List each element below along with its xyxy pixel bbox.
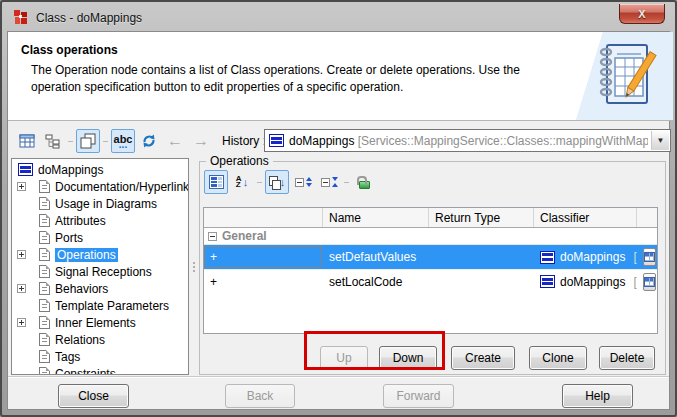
history-path: [Services::MappingService::Classes::mapp… (358, 134, 648, 148)
refresh-icon[interactable] (137, 129, 161, 153)
return-type-cell[interactable] (429, 245, 534, 269)
tree-item-signal-receptions[interactable]: Signal Receptions (12, 263, 188, 280)
table-row[interactable]: + setDefautValues doMappings [S... (204, 245, 657, 269)
titlebar[interactable]: Class - doMappings X (4, 4, 673, 31)
up-button[interactable]: Up (320, 346, 368, 370)
delete-button[interactable]: Delete (599, 346, 655, 370)
table-view-icon[interactable] (15, 129, 39, 153)
unlock-icon[interactable] (352, 170, 376, 194)
tree-item-ports[interactable]: Ports (12, 229, 188, 246)
duplicate-view-icon[interactable] (76, 129, 100, 153)
operations-table[interactable]: Name Return Type Classifier General + se… (203, 207, 658, 334)
return-type-cell[interactable] (429, 270, 534, 293)
history-value: doMappings (289, 134, 354, 148)
tree-item-constraints[interactable]: Constraints (12, 365, 188, 375)
forward-button[interactable]: Forward (383, 384, 454, 408)
tree-item-inner-elements[interactable]: Inner Elements (12, 314, 188, 331)
tree-item-label: Tags (55, 350, 80, 364)
tree-item-behaviors[interactable]: Behaviors (12, 280, 188, 297)
document-icon (39, 197, 50, 210)
table-header-row: Name Return Type Classifier (204, 208, 657, 228)
document-icon (39, 231, 50, 244)
document-icon (39, 333, 50, 346)
sort-by-order-icon[interactable]: ↓ (265, 170, 289, 194)
document-icon (39, 248, 50, 261)
tree-view-icon[interactable] (41, 129, 65, 153)
clone-button[interactable]: Clone (529, 346, 587, 370)
page-description: The Operation node contains a list of Cl… (31, 62, 561, 96)
tree-item-label: Usage in Diagrams (55, 197, 157, 211)
down-button[interactable]: Down (379, 346, 437, 370)
specification-table-icon (644, 277, 655, 287)
column-header-classifier[interactable]: Classifier (534, 208, 637, 227)
abc-names-icon[interactable]: abc ... (111, 129, 135, 153)
column-header-name[interactable]: Name (323, 208, 429, 227)
tree-item-label: Attributes (55, 214, 106, 228)
tree-item-label: Inner Elements (55, 316, 136, 330)
tree-item-tags[interactable]: Tags (12, 348, 188, 365)
name-cell[interactable]: setDefautValues (323, 245, 429, 269)
collapse-group-icon[interactable] (208, 232, 217, 241)
document-icon (39, 299, 50, 312)
expand-all-icon[interactable] (291, 170, 315, 194)
history-back-icon[interactable]: ← (163, 129, 187, 153)
tree-item-documentation[interactable]: Documentation/Hyperlinks (12, 178, 188, 195)
tree-item-label: Documentation/Hyperlinks (55, 180, 189, 194)
classifier-cell[interactable]: doMappings [S... (534, 270, 637, 293)
class-icon (18, 163, 33, 176)
page-title: Class operations (21, 43, 118, 57)
toolbar-separator (343, 170, 350, 194)
window-title: Class - doMappings (36, 11, 142, 25)
tree-root-domappings[interactable]: doMappings (12, 161, 188, 178)
tree-item-relations[interactable]: Relations (12, 331, 188, 348)
visibility-cell[interactable]: + (204, 270, 323, 293)
tree-item-label: Template Parameters (55, 299, 169, 313)
name-cell[interactable]: setLocalCode (323, 270, 429, 293)
specification-table-icon (644, 252, 655, 262)
notebook-pencil-icon (595, 42, 659, 108)
visibility-cell[interactable]: + (204, 245, 323, 269)
back-button[interactable]: Back (225, 384, 295, 408)
create-button[interactable]: Create (451, 346, 515, 370)
help-button[interactable]: Help (562, 384, 633, 408)
close-dialog-button[interactable]: Close (58, 384, 129, 408)
panel-splitter[interactable] (190, 158, 198, 375)
footer-separator (8, 376, 669, 378)
chevron-down-icon[interactable]: ▼ (651, 131, 669, 150)
history-label: History : (222, 134, 266, 148)
document-icon (39, 214, 50, 227)
tree-item-template-parameters[interactable]: Template Parameters (12, 297, 188, 314)
column-header-spec[interactable] (637, 208, 657, 227)
group-row-general[interactable]: General (204, 228, 657, 245)
expander-plus-icon[interactable] (17, 182, 26, 191)
expander-plus-icon[interactable] (17, 250, 26, 259)
sort-alphabetically-icon[interactable]: AZ ↓ (230, 170, 254, 194)
history-forward-icon[interactable]: → (189, 129, 213, 153)
history-combobox[interactable]: doMappings [Services::MappingService::Cl… (264, 129, 671, 152)
expander-plus-icon[interactable] (17, 284, 26, 293)
node-tree-panel[interactable]: doMappings Documentation/Hyperlinks Usag… (11, 158, 189, 375)
close-icon: X (638, 8, 645, 20)
table-row[interactable]: + setLocalCode doMappings [S... (204, 269, 657, 293)
toolbar-separator (67, 129, 74, 153)
expander-plus-icon[interactable] (17, 318, 26, 327)
tree-item-operations[interactable]: Operations (12, 246, 188, 263)
dialog-window: Class - doMappings X Class operations Th… (0, 0, 677, 417)
tree-item-attributes[interactable]: Attributes (12, 212, 188, 229)
document-icon (39, 367, 50, 375)
class-icon (269, 134, 284, 147)
column-header-return-type[interactable]: Return Type (429, 208, 534, 227)
column-header-empty[interactable] (204, 208, 323, 227)
collapse-all-icon[interactable] (317, 170, 341, 194)
spec-cell (637, 270, 657, 293)
specification-button[interactable] (643, 273, 656, 291)
show-columns-icon[interactable] (204, 170, 228, 194)
document-icon (39, 265, 50, 278)
classifier-cell[interactable]: doMappings [S... (534, 245, 637, 269)
document-icon (39, 180, 50, 193)
operations-groupbox: Operations AZ ↓ ↓ (199, 161, 666, 375)
close-button[interactable]: X (619, 4, 665, 24)
tree-item-label: Constraints (55, 367, 116, 376)
tree-item-usage-in-diagrams[interactable]: Usage in Diagrams (12, 195, 188, 212)
specification-button[interactable] (643, 248, 656, 266)
